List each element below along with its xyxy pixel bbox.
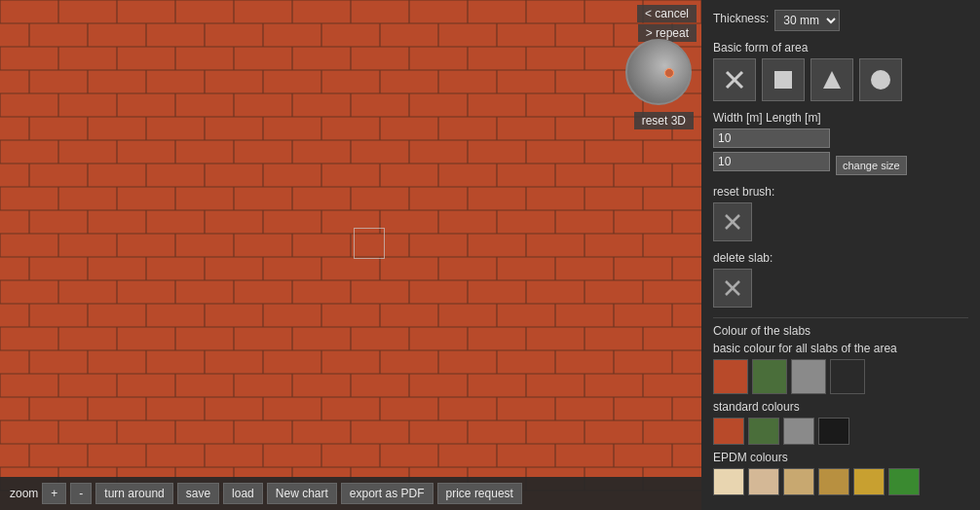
load-button[interactable]: load	[223, 483, 263, 504]
epdm-colour-4[interactable]	[818, 468, 849, 495]
delete-slab-section: delete slab:	[713, 251, 968, 308]
basic-form-section: Basic form of area	[713, 41, 968, 101]
zoom-out-button[interactable]: -	[70, 483, 92, 504]
turn-around-button[interactable]: turn around	[95, 483, 172, 504]
compass-sphere[interactable]	[625, 39, 692, 105]
basic-colour-label: basic colour for all slabs of the area	[713, 342, 968, 355]
change-size-button[interactable]: change size	[836, 156, 907, 175]
delete-slab-label: delete slab:	[713, 251, 968, 265]
shape-circle-button[interactable]	[859, 58, 902, 101]
std-colour-2[interactable]	[748, 418, 779, 445]
epdm-colour-1[interactable]	[713, 468, 744, 495]
epdm-colour-swatches	[713, 468, 968, 495]
dimensions-section: Width [m] Length [m] change size	[713, 111, 968, 175]
svg-rect-282	[774, 71, 792, 89]
main-canvas: < cancel > repeat reset 3D zoom + - turn…	[0, 0, 701, 510]
svg-point-284	[871, 70, 890, 90]
shape-triangle-button[interactable]	[810, 58, 853, 101]
zoom-label: zoom	[10, 487, 38, 500]
reset-brush-label: reset brush:	[713, 185, 968, 199]
brick-pattern	[0, 0, 701, 510]
basic-colour-swatches	[713, 359, 968, 394]
shape-x-button[interactable]	[713, 58, 756, 101]
reset-brush-button[interactable]	[713, 202, 752, 241]
svg-marker-283	[823, 71, 841, 89]
export-pdf-button[interactable]: export as PDF	[341, 483, 433, 504]
reset-brush-section: reset brush:	[713, 185, 968, 241]
brush-cursor	[354, 228, 385, 259]
epdm-colour-6[interactable]	[888, 468, 920, 495]
width-length-label: Width [m] Length [m]	[713, 111, 968, 125]
basic-colour-3[interactable]	[791, 359, 826, 394]
std-colour-3[interactable]	[783, 418, 814, 445]
epdm-colour-2[interactable]	[748, 468, 779, 495]
size-row: change size	[713, 128, 968, 175]
epdm-colour-5[interactable]	[853, 468, 885, 495]
basic-colour-4[interactable]	[830, 359, 865, 394]
sidebar: Thickness: 30 mm 40 mm 50 mm 60 mm Basic…	[701, 0, 980, 510]
basic-colour-2[interactable]	[752, 359, 787, 394]
thickness-select[interactable]: 30 mm 40 mm 50 mm 60 mm	[774, 10, 840, 31]
basic-colour-1[interactable]	[713, 359, 748, 394]
epdm-colours-label: EPDM colours	[713, 451, 968, 464]
shape-square-button[interactable]	[762, 58, 805, 101]
standard-colour-swatches	[713, 418, 968, 445]
new-chart-button[interactable]: New chart	[267, 483, 337, 504]
thickness-label: Thickness:	[713, 12, 769, 25]
bottom-toolbar: zoom + - turn around save load New chart…	[0, 477, 701, 510]
standard-colours-label: standard colours	[713, 400, 968, 414]
epdm-colour-3[interactable]	[783, 468, 814, 495]
basic-form-label: Basic form of area	[713, 41, 968, 55]
top-controls: < cancel > repeat	[637, 5, 697, 42]
compass-dot	[664, 68, 674, 78]
cancel-button[interactable]: < cancel	[637, 5, 697, 22]
reset-3d-button[interactable]: reset 3D	[634, 112, 694, 129]
colour-section: Colour of the slabs basic colour for all…	[713, 324, 968, 495]
save-button[interactable]: save	[177, 483, 219, 504]
width-input[interactable]	[713, 128, 830, 148]
std-colour-4[interactable]	[818, 418, 849, 445]
compass-container	[625, 39, 692, 105]
price-request-button[interactable]: price request	[437, 483, 522, 504]
std-colour-1[interactable]	[713, 418, 744, 445]
delete-slab-button[interactable]	[713, 269, 752, 308]
colour-label: Colour of the slabs	[713, 324, 968, 338]
zoom-in-button[interactable]: +	[42, 483, 66, 504]
thickness-section: Thickness: 30 mm 40 mm 50 mm 60 mm	[713, 10, 968, 31]
divider-1	[713, 317, 968, 318]
shape-buttons	[713, 58, 968, 101]
length-input[interactable]	[713, 152, 830, 171]
